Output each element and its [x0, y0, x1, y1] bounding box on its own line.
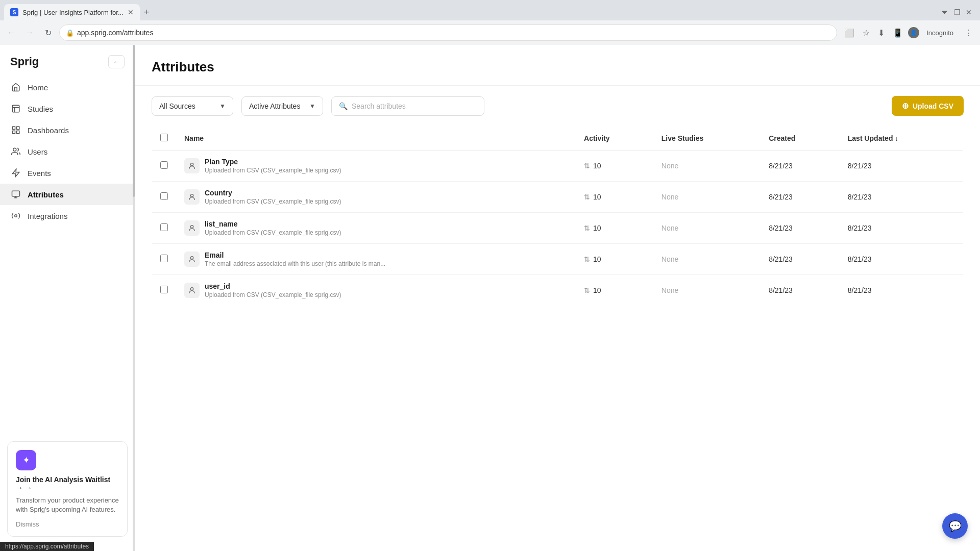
- integrations-icon: [10, 210, 21, 221]
- source-chevron-icon: ▼: [219, 103, 226, 110]
- sidebar-nav: Home Studies Dashboards Users: [0, 77, 135, 227]
- table-row[interactable]: list_name Uploaded from CSV (CSV_example…: [152, 213, 964, 244]
- profile-icon[interactable]: 👤: [908, 27, 919, 38]
- download-icon[interactable]: ⬇: [875, 26, 888, 40]
- live-studies-3: None: [662, 255, 678, 263]
- row-activity-cell-0: ⇅ 10: [576, 151, 653, 182]
- bookmark-icon[interactable]: ☆: [860, 26, 873, 40]
- row-created-cell-1: 8/21/23: [761, 182, 840, 213]
- row-activity-cell-2: ⇅ 10: [576, 213, 653, 244]
- tab-close-btn[interactable]: ✕: [128, 8, 134, 16]
- status-bar: https://app.sprig.com/attributes: [0, 542, 94, 551]
- attributes-table: Name Activity Live Studies Created Last: [152, 126, 964, 306]
- row-checkbox-4[interactable]: [160, 286, 168, 293]
- sidebar: Sprig ← Home Studies Dashboards: [0, 45, 135, 551]
- sidebar-item-studies[interactable]: Studies: [0, 98, 135, 119]
- status-filter-dropdown[interactable]: Active Attributes ▼: [241, 96, 323, 116]
- sidebar-item-events[interactable]: Events: [0, 162, 135, 184]
- row-checkbox-1[interactable]: [160, 192, 168, 200]
- new-tab-button[interactable]: +: [140, 7, 154, 18]
- row-checkbox-0[interactable]: [160, 161, 168, 169]
- sidebar-scrollbar-thumb: [133, 45, 135, 197]
- attr-name-4[interactable]: user_id: [205, 282, 341, 290]
- device-icon[interactable]: 📱: [890, 26, 906, 40]
- attr-name-0[interactable]: Plan Type: [205, 158, 341, 166]
- activity-count-4: 10: [593, 286, 601, 294]
- attr-icon-4: [184, 283, 200, 298]
- close-window-btn[interactable]: ✕: [966, 8, 972, 16]
- sidebar-item-integrations[interactable]: Integrations: [0, 205, 135, 227]
- sidebar-logo-area: Sprig ←: [0, 45, 135, 77]
- active-tab[interactable]: S Sprig | User Insights Platform for... …: [4, 4, 140, 20]
- cast-icon[interactable]: ⬜: [841, 26, 857, 40]
- table-row[interactable]: Country Uploaded from CSV (CSV_example_f…: [152, 182, 964, 213]
- minimize-btn[interactable]: ⏷: [941, 8, 949, 17]
- extensions-icon[interactable]: ⋮: [962, 26, 976, 40]
- row-name-cell-3: Email The email address associated with …: [176, 244, 576, 275]
- browser-chrome: S Sprig | User Insights Platform for... …: [0, 0, 980, 45]
- sidebar-bottom: ✦ Join the AI Analysis Waitlist → Transf…: [0, 227, 135, 551]
- source-filter-dropdown[interactable]: All Sources ▼: [152, 96, 233, 116]
- row-name-cell-4: user_id Uploaded from CSV (CSV_example_f…: [176, 275, 576, 306]
- table-row[interactable]: user_id Uploaded from CSV (CSV_example_f…: [152, 275, 964, 306]
- sidebar-item-dashboards[interactable]: Dashboards: [0, 119, 135, 141]
- sidebar-scrollbar: [133, 45, 135, 551]
- attr-source-0: Uploaded from CSV (CSV_example_file spri…: [205, 167, 341, 174]
- restore-btn[interactable]: ❐: [954, 8, 961, 16]
- header-last-updated[interactable]: Last Updated ↓: [840, 127, 964, 151]
- address-bar[interactable]: 🔒 app.sprig.com/attributes: [59, 24, 837, 41]
- table-row[interactable]: Email The email address associated with …: [152, 244, 964, 275]
- attr-source-2: Uploaded from CSV (CSV_example_file spri…: [205, 229, 341, 236]
- activity-icon-0: ⇅: [584, 162, 590, 170]
- sidebar-item-home-label: Home: [28, 83, 48, 92]
- row-checkbox-cell-0: [152, 151, 177, 182]
- table-row[interactable]: Plan Type Uploaded from CSV (CSV_example…: [152, 151, 964, 182]
- chat-button[interactable]: 💬: [942, 513, 968, 539]
- ai-waitlist-link[interactable]: Join the AI Analysis Waitlist →: [16, 475, 110, 492]
- svg-rect-9: [12, 191, 20, 196]
- svg-point-17: [190, 288, 193, 290]
- attr-name-2[interactable]: list_name: [205, 220, 341, 228]
- attr-name-text-1: Country Uploaded from CSV (CSV_example_f…: [205, 189, 341, 205]
- activity-count-3: 10: [593, 255, 601, 263]
- app-wrapper: Sprig ← Home Studies Dashboards: [0, 0, 980, 551]
- sidebar-item-integrations-label: Integrations: [28, 212, 67, 220]
- sidebar-item-users[interactable]: Users: [0, 141, 135, 162]
- ai-card-dismiss-button[interactable]: Dismiss: [16, 520, 119, 528]
- attr-name-text-2: list_name Uploaded from CSV (CSV_example…: [205, 220, 341, 236]
- ai-card-title[interactable]: Join the AI Analysis Waitlist →: [16, 475, 119, 492]
- dashboards-icon: [10, 124, 21, 136]
- ai-card-icon: ✦: [16, 450, 36, 470]
- upload-icon: ⊕: [902, 101, 909, 111]
- upload-csv-button[interactable]: ⊕ Upload CSV: [892, 96, 964, 116]
- attr-name-3[interactable]: Email: [205, 251, 385, 259]
- row-live-studies-cell-0: None: [653, 151, 761, 182]
- browser-toolbar: ← → ↻ 🔒 app.sprig.com/attributes ⬜ ☆ ⬇ 📱…: [0, 20, 980, 45]
- attr-icon-3: [184, 252, 200, 267]
- svg-point-7: [13, 148, 16, 151]
- row-checkbox-3[interactable]: [160, 255, 168, 262]
- header-activity: Activity: [576, 127, 653, 151]
- row-last-updated-cell-3: 8/21/23: [840, 244, 964, 275]
- sidebar-item-attributes[interactable]: Attributes: [0, 184, 135, 205]
- sidebar-item-home[interactable]: Home: [0, 77, 135, 98]
- search-box[interactable]: 🔍: [331, 96, 484, 116]
- select-all-checkbox[interactable]: [160, 134, 168, 141]
- attr-name-1[interactable]: Country: [205, 189, 341, 197]
- row-live-studies-cell-3: None: [653, 244, 761, 275]
- back-button[interactable]: ←: [4, 26, 18, 40]
- events-icon: [10, 167, 21, 179]
- svg-rect-6: [17, 131, 19, 134]
- browser-toolbar-actions: ⬜ ☆ ⬇ 📱 👤 Incognito ⋮: [841, 26, 976, 40]
- row-checkbox-2[interactable]: [160, 223, 168, 231]
- activity-count-0: 10: [593, 162, 601, 170]
- status-chevron-icon: ▼: [309, 103, 315, 110]
- url-text: app.sprig.com/attributes: [77, 29, 153, 37]
- forward-button[interactable]: →: [22, 26, 37, 40]
- refresh-button[interactable]: ↻: [41, 26, 55, 40]
- sidebar-item-events-label: Events: [28, 169, 51, 178]
- sidebar-collapse-button[interactable]: ←: [108, 55, 125, 68]
- search-input[interactable]: [352, 102, 477, 110]
- attr-name-text-3: Email The email address associated with …: [205, 251, 385, 267]
- studies-icon: [10, 103, 21, 114]
